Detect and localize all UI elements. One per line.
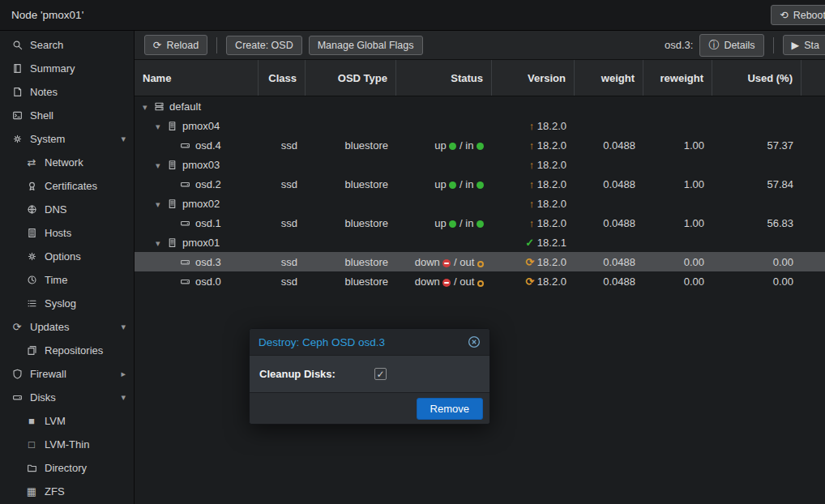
sidebar-item-label: Updates — [30, 321, 69, 333]
column-header-status[interactable]: Status — [396, 60, 492, 96]
sidebar-item-notes[interactable]: Notes — [0, 80, 134, 104]
cleanup-disks-checkbox[interactable]: ✓ — [374, 368, 387, 380]
table-row-osd-1[interactable]: osd.1ssdbluestoreup / in ↑ 18.2.00.04881… — [135, 213, 825, 233]
table-row-pmox03[interactable]: ▾pmox03↑ 18.2.0 — [135, 155, 825, 174]
chevron-down-icon: ▾ — [121, 392, 126, 403]
building-icon — [166, 199, 177, 209]
osd-table: NameClassOSD TypeStatusVersionweightrewe… — [135, 60, 825, 504]
globe-icon — [26, 204, 37, 215]
sidebar-item-label: Options — [45, 250, 81, 263]
table-row-osd-0[interactable]: osd.0ssdbluestoredown / out ⟳ 18.2.00.04… — [135, 271, 825, 291]
close-icon[interactable] — [468, 335, 481, 348]
info-icon: ⓘ — [708, 38, 719, 53]
row-name: osd.1 — [195, 217, 221, 229]
row-name: osd.3 — [195, 256, 221, 268]
sidebar-item-label: Network — [45, 156, 83, 169]
reload-button[interactable]: ⟳ Reload — [144, 35, 207, 55]
row-name: pmox01 — [182, 237, 220, 249]
server-icon — [153, 101, 165, 112]
caret-down-icon[interactable]: ▾ — [156, 160, 166, 171]
sidebar-item-label: Firewall — [30, 368, 66, 380]
table-row-osd-3[interactable]: osd.3ssdbluestoredown / out ⟳ 18.2.00.04… — [135, 252, 825, 271]
remove-button[interactable]: Remove — [417, 398, 483, 420]
gear-icon — [26, 251, 37, 262]
table-row-pmox01[interactable]: ▾pmox01✓ 18.2.1 — [135, 233, 825, 252]
table-row-osd-2[interactable]: osd.2ssdbluestoreup / in ↑ 18.2.00.04881… — [135, 174, 825, 194]
sidebar-item-directory[interactable]: Directory — [0, 456, 134, 480]
sidebar-item-dns[interactable]: DNS — [0, 198, 134, 221]
hosts-icon — [26, 228, 37, 238]
sidebar-item-time[interactable]: Time — [0, 268, 134, 292]
caret-down-icon[interactable]: ▾ — [143, 102, 153, 113]
sidebar-item-network[interactable]: ⇄Network — [0, 151, 134, 174]
sidebar-item-label: LVM-Thin — [45, 438, 89, 451]
drive-icon — [11, 392, 23, 403]
column-header-name[interactable]: Name — [135, 60, 259, 96]
column-header-version[interactable]: Version — [492, 60, 575, 96]
sidebar-item-certificates[interactable]: Certificates — [0, 174, 134, 198]
row-name: osd.2 — [195, 178, 221, 190]
sidebar-item-updates[interactable]: ⟳Updates▾ — [0, 315, 134, 339]
caret-down-icon[interactable]: ▾ — [156, 122, 166, 132]
sidebar-item-shell[interactable]: Shell — [0, 104, 134, 127]
table-row-osd-4[interactable]: osd.4ssdbluestoreup / in ↑ 18.2.00.04881… — [135, 135, 825, 155]
sidebar-item-disks[interactable]: Disks▾ — [0, 386, 134, 409]
network-icon: ⇄ — [26, 156, 37, 169]
caret-down-icon[interactable]: ▾ — [156, 238, 166, 249]
row-name: pmox03 — [182, 159, 220, 171]
sidebar-item-label: Shell — [30, 109, 53, 122]
column-header-class[interactable]: Class — [259, 60, 306, 96]
sidebar-item-syslog[interactable]: Syslog — [0, 292, 134, 315]
sidebar-item-summary[interactable]: Summary — [0, 57, 134, 80]
column-header-osd-type[interactable]: OSD Type — [306, 60, 396, 96]
caret-down-icon[interactable]: ▾ — [156, 199, 166, 210]
toolbar: ⟳ Reload Create: OSD Manage Global Flags… — [135, 31, 825, 60]
sidebar-item-label: Syslog — [45, 297, 76, 310]
destroy-osd-dialog: Destroy: Ceph OSD osd.3 Cleanup Disks: ✓… — [249, 328, 490, 425]
create-osd-button[interactable]: Create: OSD — [226, 36, 302, 55]
building-icon — [166, 237, 177, 248]
chevron-down-icon: ▾ — [121, 322, 126, 332]
row-name: pmox04 — [182, 120, 220, 132]
column-header-used-[interactable]: Used (%) — [712, 60, 801, 96]
sidebar-item-hosts[interactable]: Hosts — [0, 221, 134, 245]
sidebar-item-search[interactable]: Search — [0, 33, 134, 57]
sidebar-item-label: System — [30, 133, 65, 145]
gears-icon — [11, 134, 23, 144]
chevron-down-icon: ▾ — [121, 134, 126, 144]
dialog-title: Destroy: Ceph OSD osd.3 — [259, 336, 385, 348]
column-header-reweight[interactable]: reweight — [643, 60, 712, 96]
sidebar-item-lvm[interactable]: ■LVM — [0, 409, 134, 433]
down-status-icon — [442, 259, 451, 267]
table-row-default[interactable]: ▾default — [135, 96, 825, 116]
certificate-icon — [26, 181, 37, 191]
sidebar-item-firewall[interactable]: Firewall▸ — [0, 362, 134, 386]
upgrade-arrow-icon: ↑ — [529, 178, 535, 190]
osd-table-header: NameClassOSD TypeStatusVersionweightrewe… — [135, 60, 825, 96]
drive-icon — [179, 218, 190, 229]
reboot-button[interactable]: ⟲ Reboot — [771, 5, 825, 25]
node-title: Node 'pmox01' — [11, 9, 83, 21]
sidebar-item-lvm-thin[interactable]: □LVM-Thin — [0, 433, 134, 456]
table-row-pmox02[interactable]: ▾pmox02↑ 18.2.0 — [135, 194, 825, 213]
table-row-pmox04[interactable]: ▾pmox04↑ 18.2.0 — [135, 116, 825, 135]
row-name: pmox02 — [182, 198, 220, 210]
osd-table-body: ▾default▾pmox04↑ 18.2.0osd.4ssdbluestore… — [135, 96, 825, 504]
dialog-body: Cleanup Disks: ✓ — [250, 355, 489, 393]
row-name: osd.4 — [195, 139, 221, 152]
list-icon — [26, 298, 37, 309]
sidebar-item-options[interactable]: Options — [0, 245, 134, 268]
sidebar-item-zfs[interactable]: ▦ZFS — [0, 480, 134, 503]
start-button[interactable]: ▶ Sta — [783, 35, 825, 55]
upgrade-arrow-icon: ↑ — [529, 159, 535, 171]
dialog-header[interactable]: Destroy: Ceph OSD osd.3 — [250, 329, 489, 355]
sidebar-item-repositories[interactable]: Repositories — [0, 339, 134, 362]
column-header-weight[interactable]: weight — [575, 60, 643, 96]
sidebar-item-system[interactable]: System▾ — [0, 127, 134, 151]
details-button[interactable]: ⓘ Details — [699, 34, 763, 57]
play-icon: ▶ — [792, 39, 800, 51]
manage-global-flags-button[interactable]: Manage Global Flags — [309, 36, 423, 55]
book-icon — [11, 63, 23, 74]
reboot-label: Reboot — [793, 10, 825, 21]
top-bar: Node 'pmox01' ⟲ Reboot — [0, 0, 825, 31]
